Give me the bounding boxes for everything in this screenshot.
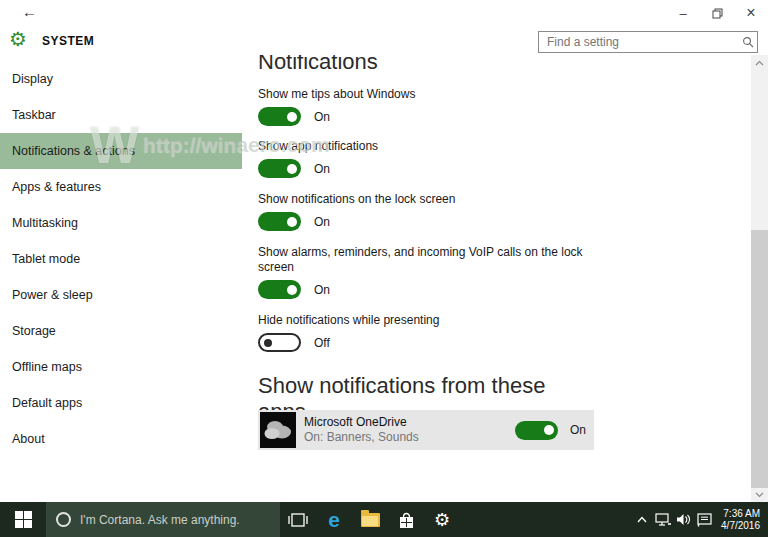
vertical-scrollbar[interactable] — [751, 55, 768, 502]
setting-label: Show app notifications — [258, 139, 598, 154]
sidebar-item-label: Offline maps — [12, 360, 82, 374]
toggle-state-label: On — [314, 283, 330, 297]
title-bar: ← – × — [0, 0, 768, 26]
sidebar-item-label: About — [12, 432, 45, 446]
sidebar-item-label: Power & sleep — [12, 288, 93, 302]
action-center-icon[interactable] — [694, 513, 715, 527]
tray-chevron-up-icon[interactable] — [631, 516, 652, 523]
app-name: Microsoft OneDrive — [304, 415, 515, 430]
settings-window: ← – × ⚙ SYSTEM Display Taskbar Notificat… — [0, 0, 768, 537]
sidebar-item-label: Tablet mode — [12, 252, 80, 266]
sidebar-item-power-sleep[interactable]: Power & sleep — [0, 277, 242, 313]
settings-gear-icon: ⚙ — [434, 511, 450, 529]
close-icon[interactable]: × — [734, 0, 768, 26]
toggle-switch[interactable] — [258, 107, 301, 126]
sidebar-item-tablet-mode[interactable]: Tablet mode — [0, 241, 242, 277]
windows-logo-icon — [15, 511, 32, 528]
content-area: Display Taskbar Notifications & actions … — [0, 55, 768, 502]
clock-time: 7:36 AM — [721, 508, 760, 520]
app-meta: Microsoft OneDrive On: Banners, Sounds — [304, 415, 515, 445]
start-button[interactable] — [0, 502, 46, 537]
toggle-alarms-voip[interactable]: On — [258, 280, 330, 299]
cortana-icon — [56, 512, 71, 527]
taskbar: e ⚙ — [0, 502, 768, 537]
scroll-up-icon[interactable] — [751, 55, 768, 70]
toggle-switch[interactable] — [258, 280, 301, 299]
toggle-switch[interactable] — [258, 333, 301, 352]
setting-label: Show alarms, reminders, and incoming VoI… — [258, 245, 598, 275]
scroll-thumb[interactable] — [751, 230, 768, 488]
minimize-icon[interactable]: – — [666, 0, 700, 26]
toggle-app-notifications[interactable]: On — [258, 159, 330, 178]
sidebar-item-offline-maps[interactable]: Offline maps — [0, 349, 242, 385]
toggle-hide-while-presenting[interactable]: Off — [258, 333, 330, 352]
toggle-state-label: Off — [314, 336, 330, 350]
clock-date: 4/7/2016 — [721, 520, 760, 532]
volume-icon[interactable] — [673, 513, 694, 526]
toggle-state-label: On — [314, 110, 330, 124]
store-button[interactable] — [388, 502, 424, 537]
sidebar-item-taskbar[interactable]: Taskbar — [0, 97, 242, 133]
edge-button[interactable]: e — [316, 502, 352, 537]
folder-icon — [361, 513, 380, 527]
file-explorer-button[interactable] — [352, 502, 388, 537]
network-icon[interactable] — [652, 513, 673, 526]
setting-label: Show notifications on the lock screen — [258, 192, 598, 207]
search-input[interactable] — [539, 35, 739, 49]
page-title: SYSTEM — [42, 34, 94, 48]
sidebar-item-about[interactable]: About — [0, 421, 242, 457]
toggle-switch[interactable] — [258, 212, 301, 231]
cortana-search[interactable] — [46, 502, 280, 537]
system-gear-icon: ⚙ — [9, 28, 27, 50]
find-a-setting-searchbox[interactable] — [538, 31, 758, 53]
setting-label: Hide notifications while presenting — [258, 313, 598, 328]
sidebar-item-apps-features[interactable]: Apps & features — [0, 169, 242, 205]
settings-button[interactable]: ⚙ — [424, 502, 460, 537]
toggle-switch[interactable] — [258, 159, 301, 178]
setting-label: Show me tips about Windows — [258, 87, 598, 102]
sidebar-item-label: Apps & features — [12, 180, 101, 194]
sidebar-item-label: Display — [12, 72, 53, 86]
sidebar-item-multitasking[interactable]: Multitasking — [0, 205, 242, 241]
cortana-input[interactable] — [71, 513, 280, 527]
window-controls: – × — [666, 0, 768, 26]
sidebar-item-label: Notifications & actions — [12, 144, 135, 158]
system-tray: 7:36 AM 4/7/2016 — [631, 502, 768, 537]
onedrive-icon — [260, 412, 296, 448]
scroll-down-icon[interactable] — [751, 487, 768, 502]
toggle-state-label: On — [570, 423, 586, 437]
sidebar-item-label: Storage — [12, 324, 56, 338]
sidebar-item-display[interactable]: Display — [0, 61, 242, 97]
toggle-state-label: On — [314, 162, 330, 176]
sidebar-item-storage[interactable]: Storage — [0, 313, 242, 349]
app-row-onedrive[interactable]: Microsoft OneDrive On: Banners, Sounds O… — [258, 410, 594, 450]
sidebar-item-label: Multitasking — [12, 216, 78, 230]
app-notification-detail: On: Banners, Sounds — [304, 430, 515, 445]
sidebar-item-default-apps[interactable]: Default apps — [0, 385, 242, 421]
task-view-button[interactable] — [280, 502, 316, 537]
header: ⚙ SYSTEM — [0, 26, 768, 55]
toggle-show-tips[interactable]: On — [258, 107, 330, 126]
toggle-state-label: On — [314, 215, 330, 229]
taskbar-clock[interactable]: 7:36 AM 4/7/2016 — [721, 508, 760, 532]
restore-icon[interactable] — [700, 0, 734, 26]
sidebar-item-notifications-actions[interactable]: Notifications & actions — [0, 133, 242, 169]
toggle-switch-onedrive[interactable] — [515, 421, 558, 440]
section-heading-notifications: Notifications — [258, 55, 378, 75]
toggle-lock-screen-notifications[interactable]: On — [258, 212, 330, 231]
sidebar-item-label: Default apps — [12, 396, 82, 410]
back-icon[interactable]: ← — [22, 3, 37, 20]
sidebar-item-label: Taskbar — [12, 108, 56, 122]
search-icon — [739, 36, 757, 48]
edge-icon: e — [328, 509, 340, 530]
